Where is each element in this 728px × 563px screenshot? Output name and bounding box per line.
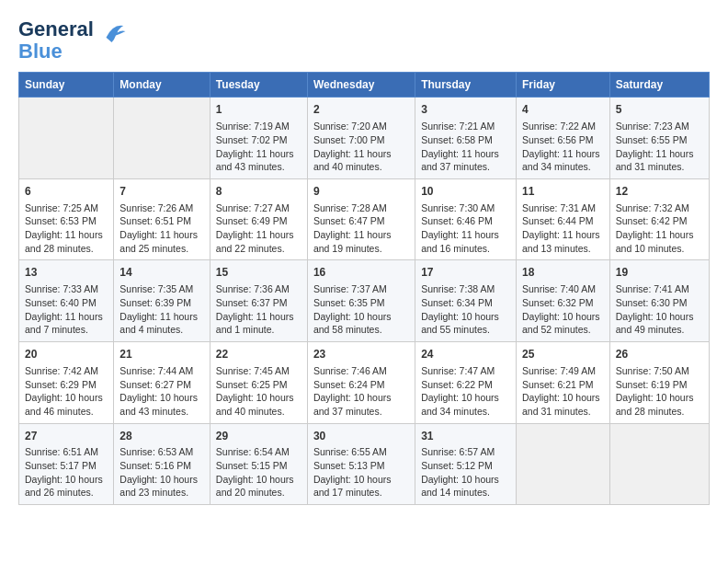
- day-number: 11: [522, 184, 604, 200]
- day-content-line: Daylight: 10 hours and 17 minutes.: [313, 473, 409, 500]
- calendar-day-cell: 20Sunrise: 7:42 AMSunset: 6:29 PMDayligh…: [19, 342, 114, 424]
- logo: General Blue: [18, 18, 127, 63]
- day-content-line: Sunset: 6:49 PM: [216, 214, 301, 228]
- day-number: 18: [522, 265, 604, 281]
- day-number: 23: [313, 347, 409, 362]
- day-content-line: Sunset: 5:16 PM: [119, 459, 204, 473]
- day-content-line: Sunset: 5:17 PM: [25, 459, 108, 473]
- calendar-day-cell: 27Sunrise: 6:51 AMSunset: 5:17 PMDayligh…: [19, 423, 114, 505]
- day-number: 28: [119, 429, 204, 444]
- day-number: 12: [616, 184, 703, 200]
- calendar-day-cell: 1Sunrise: 7:19 AMSunset: 7:02 PMDaylight…: [210, 98, 307, 179]
- day-content-line: Sunrise: 6:54 AM: [216, 445, 301, 459]
- day-number: 1: [216, 102, 301, 118]
- calendar-body: 1Sunrise: 7:19 AMSunset: 7:02 PMDaylight…: [19, 98, 710, 505]
- calendar-day-cell: 23Sunrise: 7:46 AMSunset: 6:24 PMDayligh…: [307, 342, 415, 424]
- calendar-header-cell: Sunday: [19, 73, 114, 98]
- day-content-line: Sunrise: 7:50 AM: [616, 364, 703, 378]
- day-content-line: Sunset: 6:34 PM: [421, 296, 510, 310]
- day-content-line: Daylight: 10 hours and 14 minutes.: [421, 473, 510, 500]
- day-content-line: Sunrise: 7:20 AM: [313, 120, 409, 133]
- day-content-line: Sunset: 6:30 PM: [616, 296, 703, 310]
- day-content-line: Daylight: 10 hours and 31 minutes.: [522, 391, 604, 418]
- day-content-line: Daylight: 10 hours and 46 minutes.: [25, 391, 108, 418]
- day-content-line: Daylight: 11 hours and 37 minutes.: [421, 147, 510, 174]
- day-number: 10: [421, 184, 510, 200]
- day-number: 2: [313, 102, 409, 118]
- calendar-day-cell: 22Sunrise: 7:45 AMSunset: 6:25 PMDayligh…: [210, 342, 307, 424]
- calendar-week-row: 20Sunrise: 7:42 AMSunset: 6:29 PMDayligh…: [19, 342, 710, 424]
- calendar-day-cell: 3Sunrise: 7:21 AMSunset: 6:58 PMDaylight…: [415, 98, 517, 179]
- day-content-line: Daylight: 10 hours and 49 minutes.: [616, 310, 703, 337]
- day-content-line: Daylight: 10 hours and 58 minutes.: [313, 310, 409, 337]
- day-content-line: Sunrise: 7:38 AM: [421, 282, 510, 296]
- day-content-line: Sunset: 6:39 PM: [119, 296, 204, 310]
- day-content-line: Daylight: 10 hours and 20 minutes.: [216, 473, 301, 500]
- day-number: 8: [216, 184, 301, 200]
- day-content-line: Sunrise: 7:25 AM: [25, 201, 108, 215]
- page-header: General Blue: [18, 18, 710, 63]
- day-content-line: Sunrise: 7:36 AM: [216, 282, 301, 296]
- calendar-day-cell: 30Sunrise: 6:55 AMSunset: 5:13 PMDayligh…: [307, 423, 415, 505]
- day-content-line: Daylight: 10 hours and 34 minutes.: [421, 391, 510, 418]
- day-content-line: Sunrise: 6:55 AM: [313, 445, 409, 459]
- day-content-line: Daylight: 10 hours and 52 minutes.: [522, 310, 604, 337]
- calendar-day-cell: 17Sunrise: 7:38 AMSunset: 6:34 PMDayligh…: [415, 260, 517, 342]
- day-content-line: Sunset: 6:37 PM: [216, 296, 301, 310]
- day-content-line: Daylight: 10 hours and 40 minutes.: [216, 391, 301, 418]
- day-content-line: Sunrise: 7:33 AM: [25, 282, 108, 296]
- day-content-line: Sunset: 6:19 PM: [616, 378, 703, 392]
- day-number: 4: [522, 102, 604, 118]
- calendar-day-cell: [516, 423, 609, 505]
- day-content-line: Sunset: 6:53 PM: [25, 214, 108, 228]
- calendar-week-row: 1Sunrise: 7:19 AMSunset: 7:02 PMDaylight…: [19, 98, 710, 179]
- day-content-line: Daylight: 11 hours and 22 minutes.: [216, 228, 301, 255]
- calendar-day-cell: 31Sunrise: 6:57 AMSunset: 5:12 PMDayligh…: [415, 423, 517, 505]
- day-content-line: Sunrise: 7:40 AM: [522, 282, 604, 296]
- calendar-day-cell: 25Sunrise: 7:49 AMSunset: 6:21 PMDayligh…: [516, 342, 609, 424]
- day-content-line: Daylight: 11 hours and 7 minutes.: [25, 310, 108, 337]
- calendar-header-cell: Wednesday: [307, 73, 415, 98]
- day-number: 21: [119, 347, 204, 362]
- calendar-day-cell: 15Sunrise: 7:36 AMSunset: 6:37 PMDayligh…: [210, 260, 307, 342]
- day-content-line: Sunrise: 7:32 AM: [616, 201, 703, 215]
- calendar-day-cell: 6Sunrise: 7:25 AMSunset: 6:53 PMDaylight…: [19, 178, 114, 260]
- day-content-line: Sunrise: 7:47 AM: [421, 364, 510, 378]
- day-content-line: Daylight: 11 hours and 4 minutes.: [119, 310, 204, 337]
- calendar-day-cell: 5Sunrise: 7:23 AMSunset: 6:55 PMDaylight…: [609, 98, 709, 179]
- day-content-line: Sunrise: 6:53 AM: [119, 445, 204, 459]
- day-content-line: Daylight: 10 hours and 26 minutes.: [25, 473, 108, 500]
- day-number: 22: [216, 347, 301, 362]
- day-content-line: Sunset: 6:27 PM: [119, 378, 204, 392]
- day-content-line: Sunset: 6:40 PM: [25, 296, 108, 310]
- calendar-day-cell: 9Sunrise: 7:28 AMSunset: 6:47 PMDaylight…: [307, 178, 415, 260]
- day-content-line: Sunrise: 7:21 AM: [421, 120, 510, 133]
- calendar-header-cell: Monday: [114, 73, 210, 98]
- calendar-day-cell: 28Sunrise: 6:53 AMSunset: 5:16 PMDayligh…: [114, 423, 210, 505]
- calendar-header-cell: Tuesday: [210, 73, 307, 98]
- day-number: 26: [616, 347, 703, 362]
- day-content-line: Sunrise: 6:51 AM: [25, 445, 108, 459]
- day-number: 17: [421, 265, 510, 281]
- day-content-line: Sunset: 6:55 PM: [616, 133, 703, 147]
- day-number: 25: [522, 347, 604, 362]
- calendar-day-cell: 12Sunrise: 7:32 AMSunset: 6:42 PMDayligh…: [609, 178, 709, 260]
- day-number: 5: [616, 102, 703, 118]
- calendar-day-cell: 21Sunrise: 7:44 AMSunset: 6:27 PMDayligh…: [114, 342, 210, 424]
- day-content-line: Sunset: 5:13 PM: [313, 459, 409, 473]
- calendar-day-cell: 8Sunrise: 7:27 AMSunset: 6:49 PMDaylight…: [210, 178, 307, 260]
- day-content-line: Daylight: 11 hours and 16 minutes.: [421, 228, 510, 255]
- day-content-line: Sunrise: 7:46 AM: [313, 364, 409, 378]
- day-content-line: Sunset: 6:21 PM: [522, 378, 604, 392]
- day-content-line: Daylight: 11 hours and 13 minutes.: [522, 228, 604, 255]
- day-content-line: Sunset: 6:46 PM: [421, 214, 510, 228]
- day-content-line: Sunrise: 7:22 AM: [522, 120, 604, 133]
- calendar-day-cell: 18Sunrise: 7:40 AMSunset: 6:32 PMDayligh…: [516, 260, 609, 342]
- calendar-header-cell: Friday: [516, 73, 609, 98]
- day-content-line: Sunrise: 7:45 AM: [216, 364, 301, 378]
- day-content-line: Daylight: 11 hours and 31 minutes.: [616, 147, 703, 174]
- day-content-line: Daylight: 10 hours and 28 minutes.: [616, 391, 703, 418]
- calendar-week-row: 13Sunrise: 7:33 AMSunset: 6:40 PMDayligh…: [19, 260, 710, 342]
- day-content-line: Sunrise: 7:37 AM: [313, 282, 409, 296]
- day-number: 27: [25, 429, 108, 444]
